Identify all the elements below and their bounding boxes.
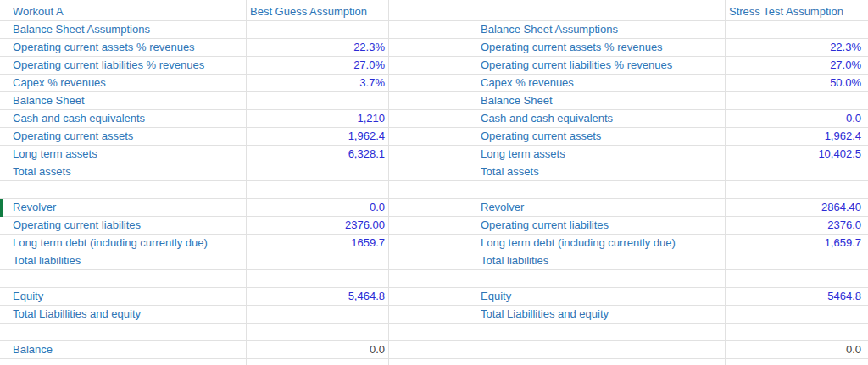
value-cell[interactable]: 22.3% [247, 39, 389, 57]
value-cell[interactable] [726, 163, 865, 181]
row-label-cell[interactable] [8, 181, 247, 199]
value-cell[interactable] [247, 163, 389, 181]
row-label-cell[interactable]: Revolver [8, 199, 247, 217]
value-cell[interactable] [726, 92, 865, 110]
row-label-cell[interactable]: Operating current assets [8, 128, 247, 146]
row-label-cell[interactable]: Capex % revenues [8, 75, 247, 92]
row-label-cell[interactable]: Operating current liabilites [8, 217, 247, 235]
row-label-cell[interactable]: Total liabilities [476, 252, 726, 270]
value-cell[interactable] [726, 306, 865, 324]
grid-filler-cell[interactable] [389, 110, 476, 128]
row-label-cell[interactable]: Operating current liabilities % revenues [476, 57, 726, 75]
grid-filler-cell[interactable] [389, 181, 476, 199]
row-label-cell[interactable]: Operating current assets % revenues [8, 39, 247, 57]
cell[interactable] [8, 359, 247, 365]
grid-filler-cell[interactable] [389, 359, 476, 365]
grid-filler-cell[interactable] [389, 39, 476, 57]
cell[interactable] [247, 359, 389, 365]
value-cell[interactable]: 5464.8 [726, 288, 865, 306]
value-cell[interactable]: 1,210 [247, 110, 389, 128]
row-label-cell[interactable]: Balance Sheet [8, 92, 247, 110]
grid-filler-cell[interactable] [389, 199, 476, 217]
grid-filler-cell[interactable] [389, 306, 476, 324]
row-label-cell[interactable]: Total Liabillities and equity [476, 306, 726, 324]
row-label-cell[interactable]: Operating current liabilites [476, 217, 726, 235]
row-label-cell[interactable]: Long term debt (including currently due) [8, 235, 247, 252]
row-label-cell[interactable]: Balance Sheet Assumptions [8, 21, 247, 39]
value-cell[interactable]: 50.0% [726, 75, 865, 92]
row-label-cell[interactable] [476, 324, 726, 341]
value-cell[interactable]: 1,659.7 [726, 235, 865, 252]
value-cell[interactable] [726, 324, 865, 341]
row-label-cell[interactable]: Balance [8, 341, 247, 359]
grid-filler-cell[interactable] [389, 57, 476, 75]
row-label-cell[interactable] [476, 270, 726, 288]
grid-filler-cell[interactable] [389, 270, 476, 288]
value-cell[interactable] [247, 270, 389, 288]
grid-filler-cell[interactable] [389, 21, 476, 39]
row-label-cell[interactable]: Balance Sheet [476, 92, 726, 110]
value-cell[interactable] [247, 21, 389, 39]
grid-filler-cell[interactable] [389, 288, 476, 306]
value-cell[interactable]: 5,464.8 [247, 288, 389, 306]
column-header-cell[interactable]: Stress Test Assumption [726, 3, 865, 21]
value-cell[interactable] [247, 306, 389, 324]
value-cell[interactable]: 1,962.4 [726, 128, 865, 146]
grid-filler-cell[interactable] [389, 252, 476, 270]
value-cell[interactable] [247, 252, 389, 270]
value-cell[interactable]: 27.0% [247, 57, 389, 75]
grid-filler-cell[interactable] [389, 128, 476, 146]
value-cell[interactable]: 27.0% [726, 57, 865, 75]
column-header-cell[interactable]: Best Guess Assumption [247, 3, 389, 21]
grid-filler-cell[interactable] [389, 3, 476, 21]
row-label-cell[interactable]: Long term debt (including currently due) [476, 235, 726, 252]
value-cell[interactable]: 2864.40 [726, 199, 865, 217]
row-label-cell[interactable] [476, 3, 726, 21]
value-cell[interactable] [247, 181, 389, 199]
value-cell[interactable] [726, 181, 865, 199]
row-label-cell[interactable]: Total Liabillities and equity [8, 306, 247, 324]
value-cell[interactable] [247, 324, 389, 341]
row-label-cell[interactable]: Operating current assets % revenues [476, 39, 726, 57]
row-label-cell[interactable]: Operating current liabilities % revenues [8, 57, 247, 75]
value-cell[interactable]: 2376.00 [247, 217, 389, 235]
value-cell[interactable]: 1,962.4 [247, 128, 389, 146]
value-cell[interactable]: 22.3% [726, 39, 865, 57]
row-label-cell[interactable] [8, 324, 247, 341]
row-label-cell[interactable] [476, 181, 726, 199]
cell[interactable] [726, 359, 865, 365]
row-label-cell[interactable]: Long term assets [8, 146, 247, 163]
value-cell[interactable]: 0.0 [726, 110, 865, 128]
row-label-cell[interactable]: Workout A [8, 3, 247, 21]
value-cell[interactable]: 0.0 [247, 341, 389, 359]
value-cell[interactable]: 0.0 [726, 341, 865, 359]
value-cell[interactable] [247, 92, 389, 110]
row-label-cell[interactable]: Cash and cash equivalents [8, 110, 247, 128]
row-label-cell[interactable]: Total liabilities [8, 252, 247, 270]
value-cell[interactable] [726, 21, 865, 39]
grid-filler-cell[interactable] [389, 163, 476, 181]
row-label-cell[interactable]: Balance Sheet Assumptions [476, 21, 726, 39]
grid-filler-cell[interactable] [389, 341, 476, 359]
value-cell[interactable]: 0.0 [247, 199, 389, 217]
row-label-cell[interactable]: Capex % revenues [476, 75, 726, 92]
grid-filler-cell[interactable] [389, 217, 476, 235]
value-cell[interactable]: 6,328.1 [247, 146, 389, 163]
value-cell[interactable]: 3.7% [247, 75, 389, 92]
row-label-cell[interactable]: Revolver [476, 199, 726, 217]
cell[interactable] [476, 359, 726, 365]
value-cell[interactable] [726, 270, 865, 288]
grid-filler-cell[interactable] [389, 75, 476, 92]
row-label-cell[interactable] [476, 341, 726, 359]
row-label-cell[interactable]: Total assets [8, 163, 247, 181]
row-label-cell[interactable]: Total assets [476, 163, 726, 181]
row-label-cell[interactable]: Cash and cash equivalents [476, 110, 726, 128]
value-cell[interactable]: 2376.0 [726, 217, 865, 235]
row-label-cell[interactable]: Equity [476, 288, 726, 306]
grid-filler-cell[interactable] [389, 324, 476, 341]
grid-filler-cell[interactable] [389, 92, 476, 110]
grid-filler-cell[interactable] [389, 146, 476, 163]
value-cell[interactable]: 10,402.5 [726, 146, 865, 163]
row-label-cell[interactable]: Equity [8, 288, 247, 306]
row-label-cell[interactable]: Operating current assets [476, 128, 726, 146]
